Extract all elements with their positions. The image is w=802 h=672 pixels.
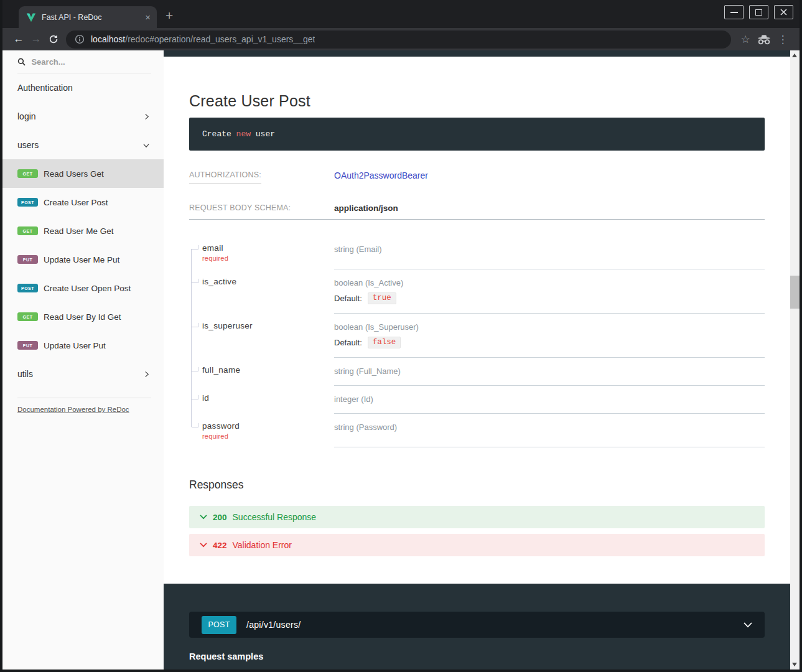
field-name: is_active (202, 277, 328, 286)
method-badge-post: POST (17, 284, 38, 292)
schema-field-is-active: is_active boolean (Is_Active) Default: t… (189, 269, 765, 314)
close-icon (780, 9, 787, 16)
page-scrollbar[interactable] (790, 50, 800, 670)
field-name: email (202, 243, 328, 253)
response-label: Validation Error (233, 540, 292, 550)
sidebar-item-create-user-open-post[interactable]: POST Create User Open Post (2, 274, 164, 302)
sidebar-item-update-user-me-put[interactable]: PUT Update User Me Put (2, 245, 164, 274)
endpoint-path: /api/v1/users/ (246, 620, 744, 630)
request-body-schema-row: REQUEST BODY SCHEMA: application/json (189, 203, 765, 220)
response-code: 422 (213, 541, 227, 550)
sidebar-op-label: Update User Put (44, 341, 106, 350)
scrollbar-down-arrow[interactable] (792, 663, 797, 666)
sidebar-group-label: Authentication (17, 83, 73, 93)
code-text: Create (202, 129, 236, 139)
authorizations-row: AUTHORIZATIONS: OAuth2PasswordBearer (189, 170, 765, 184)
minimize-button[interactable] (724, 5, 744, 19)
sidebar-item-login[interactable]: login (2, 102, 164, 131)
response-200-bar[interactable]: 200 Successful Response (189, 506, 765, 528)
sidebar-group-label: utils (17, 369, 33, 379)
reload-icon (48, 34, 59, 45)
powered-by-redoc-link[interactable]: Documentation Powered by ReDoc (2, 398, 164, 422)
schema-field-is-superuser: is_superuser boolean (Is_Superuser) Defa… (189, 314, 765, 358)
back-button[interactable]: ← (10, 33, 27, 45)
sidebar-item-update-user-put[interactable]: PUT Update User Put (2, 331, 164, 360)
field-type: string (Email) (334, 245, 382, 254)
search-row[interactable] (2, 50, 164, 71)
sidebar-group-label: login (17, 111, 36, 121)
code-keyword: new (236, 129, 251, 139)
schema-fields-table: email required string (Email) is_active … (189, 236, 765, 447)
sidebar-footer: Documentation Powered by ReDoc (2, 396, 164, 422)
scrollbar-up-arrow[interactable] (792, 54, 797, 57)
sidebar-item-read-users-get[interactable]: GET Read Users Get (2, 159, 164, 188)
schema-field-full-name: full_name string (Full_Name) (189, 358, 765, 386)
field-name: password (202, 421, 328, 431)
response-code: 200 (213, 513, 227, 522)
method-badge-put: PUT (17, 255, 38, 264)
favicon-icon (26, 12, 36, 22)
url-path: /redoc#operation/read_users_api_v1_users… (125, 34, 315, 44)
new-tab-button[interactable]: + (166, 9, 173, 22)
sidebar-group-label: users (17, 140, 39, 150)
field-name: full_name (202, 365, 328, 375)
field-type: boolean (Is_Active) (334, 278, 403, 287)
search-icon (17, 57, 26, 67)
sidebar-item-read-user-me-get[interactable]: GET Read User Me Get (2, 217, 164, 245)
request-panel: POST /api/v1/users/ Request samples Payl… (164, 584, 790, 670)
code-text: user (251, 129, 275, 139)
browser-menu-button[interactable]: ⋮ (773, 33, 792, 46)
sidebar-op-label: Create User Post (44, 198, 108, 207)
incognito-icon (755, 34, 773, 45)
top-dark-strip (164, 50, 790, 57)
oauth2-password-bearer-link[interactable]: OAuth2PasswordBearer (334, 170, 428, 180)
chevron-down-icon (200, 543, 207, 548)
field-required-flag: required (202, 432, 328, 440)
sidebar-item-create-user-post[interactable]: POST Create User Post (2, 188, 164, 217)
response-label: Successful Response (233, 512, 317, 522)
browser-toolbar: ← → localhost/redoc#operation/read_users… (2, 28, 800, 50)
endpoint-dropdown[interactable]: POST /api/v1/users/ (189, 612, 765, 638)
bookmark-star-button[interactable]: ☆ (736, 33, 755, 46)
schema-field-id: id integer (Id) (189, 386, 765, 414)
content-type-value: application/json (334, 203, 398, 213)
field-type: integer (Id) (334, 394, 373, 404)
sidebar-op-label: Update User Me Put (44, 255, 119, 264)
minimize-icon (730, 12, 738, 13)
chevron-right-icon (143, 371, 150, 378)
maximize-button[interactable] (749, 5, 768, 19)
sidebar-item-users[interactable]: users (2, 131, 164, 159)
window-controls (724, 5, 793, 19)
default-label: Default: (334, 338, 362, 347)
browser-tab[interactable]: Fast API - ReDoc × (19, 6, 157, 28)
forward-button[interactable]: → (27, 33, 45, 45)
tab-title: Fast API - ReDoc (42, 13, 145, 22)
site-info-icon[interactable] (75, 34, 85, 44)
url-bar[interactable]: localhost/redoc#operation/read_users_api… (66, 30, 731, 49)
sidebar-op-label: Read Users Get (44, 169, 104, 179)
method-badge-post: POST (17, 198, 38, 207)
sidebar-item-utils[interactable]: utils (2, 360, 164, 388)
field-type: string (Full_Name) (334, 366, 401, 376)
reload-button[interactable] (45, 34, 62, 45)
url-host: localhost (91, 34, 125, 44)
method-badge-get: GET (17, 312, 38, 321)
schema-field-password: password required string (Password) (189, 414, 765, 447)
response-422-bar[interactable]: 422 Validation Error (189, 534, 765, 556)
main-content: Create User Post Create new user AUTHORI… (164, 50, 790, 670)
sidebar-op-label: Read User Me Get (44, 226, 114, 236)
default-label: Default: (334, 294, 362, 303)
sidebar-item-read-user-by-id-get[interactable]: GET Read User By Id Get (2, 302, 164, 331)
default-value-pill: false (368, 337, 401, 348)
post-method-chip: POST (202, 616, 236, 634)
browser-window: Fast API - ReDoc × + ← → (0, 0, 802, 672)
tab-close-icon[interactable]: × (145, 12, 151, 22)
scrollbar-thumb[interactable] (790, 276, 800, 309)
default-value-pill: true (368, 292, 396, 304)
field-name: is_superuser (202, 321, 328, 330)
sidebar-item-authentication[interactable]: Authentication (2, 73, 164, 102)
search-input[interactable] (31, 57, 151, 67)
field-name: id (202, 393, 328, 403)
field-type: string (Password) (334, 422, 397, 432)
close-button[interactable] (774, 5, 793, 19)
